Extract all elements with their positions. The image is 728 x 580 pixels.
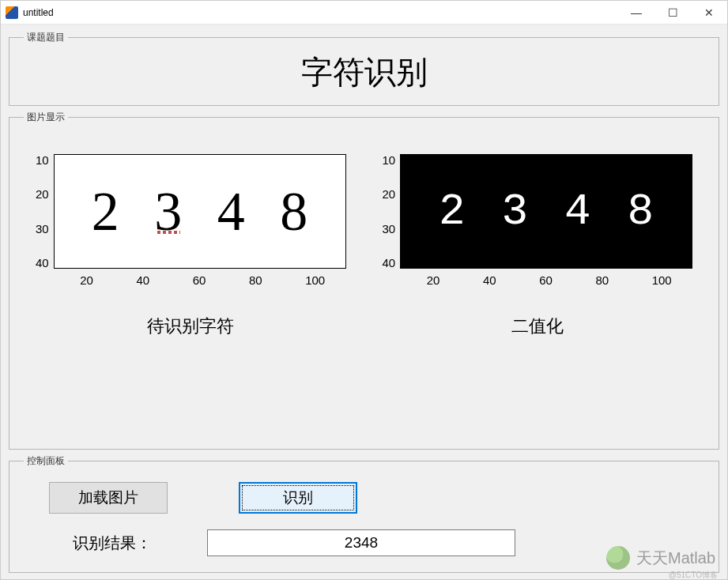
window-title: untitled bbox=[23, 7, 54, 18]
content-area: 课题题目 字符识别 图片显示 10 20 30 40 2 bbox=[1, 24, 727, 579]
title-panel: 课题题目 字符识别 bbox=[9, 31, 719, 106]
y-ticks: 10 20 30 40 bbox=[36, 154, 49, 269]
x-ticks: 20 40 60 80 100 bbox=[403, 273, 696, 287]
watermark-sub: @51CTO博客 bbox=[669, 570, 718, 580]
app-window: untitled — ☐ ✕ 课题题目 字符识别 图片显示 10 20 30 bbox=[0, 0, 728, 580]
window-controls: — ☐ ✕ bbox=[618, 1, 727, 24]
result-row: 识别结果： 2348 bbox=[17, 522, 711, 564]
axes-original-label: 待识别字符 bbox=[147, 314, 234, 338]
load-image-button[interactable]: 加载图片 bbox=[49, 482, 168, 514]
control-panel-legend: 控制面板 bbox=[24, 454, 68, 468]
axes-binary: 10 20 30 40 2 3 4 8 20 bbox=[379, 154, 696, 338]
y-ticks: 10 20 30 40 bbox=[382, 154, 395, 269]
result-field[interactable]: 2348 bbox=[207, 529, 515, 556]
axes-original-plot: 10 20 30 40 2 3 4 8 bbox=[36, 154, 346, 269]
close-button[interactable]: ✕ bbox=[691, 1, 727, 24]
title-panel-legend: 课题题目 bbox=[24, 31, 68, 44]
control-panel: 控制面板 加载图片 识别 识别结果： 2348 bbox=[9, 454, 719, 573]
axes-original: 10 20 30 40 2 3 4 8 20 bbox=[32, 154, 349, 338]
recognize-button[interactable]: 识别 bbox=[239, 482, 357, 514]
axes-binary-label: 二值化 bbox=[511, 314, 564, 338]
axes-row: 10 20 30 40 2 3 4 8 20 bbox=[17, 130, 711, 346]
maximize-button[interactable]: ☐ bbox=[654, 1, 691, 24]
original-image: 2 3 4 8 bbox=[54, 154, 346, 269]
image-panel-legend: 图片显示 bbox=[24, 111, 68, 124]
titlebar[interactable]: untitled — ☐ ✕ bbox=[1, 1, 727, 24]
binary-image: 2 3 4 8 bbox=[400, 154, 692, 269]
image-display-panel: 图片显示 10 20 30 40 2 3 4 bbox=[9, 111, 719, 450]
minimize-button[interactable]: — bbox=[618, 1, 654, 24]
matlab-icon bbox=[6, 6, 18, 19]
page-title: 字符识别 bbox=[301, 51, 428, 94]
button-row: 加载图片 识别 bbox=[17, 474, 711, 522]
result-label: 识别结果： bbox=[49, 533, 175, 554]
axes-binary-plot: 10 20 30 40 2 3 4 8 bbox=[382, 154, 692, 269]
x-ticks: 20 40 60 80 100 bbox=[56, 273, 349, 287]
